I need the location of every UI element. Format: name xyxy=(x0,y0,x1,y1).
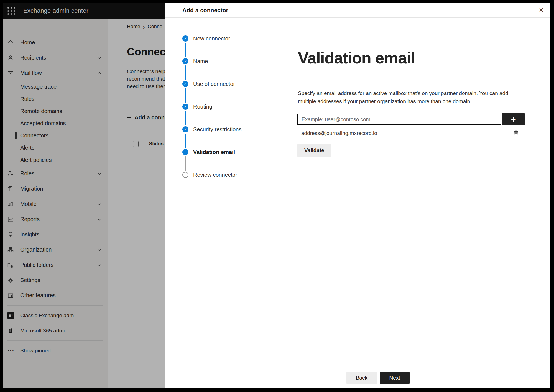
breadcrumb: Home › Conne xyxy=(127,24,162,30)
hamburger-icon xyxy=(8,25,14,29)
page-intro: Connectors help recommend that need to u… xyxy=(127,68,165,90)
wizard-step-name[interactable]: ✓ Name xyxy=(165,50,279,73)
close-button[interactable]: ✕ xyxy=(537,6,545,14)
step-status-icon: ✓ xyxy=(182,172,188,178)
check-icon: ✓ xyxy=(184,105,187,109)
panel-footer: Back Next xyxy=(165,366,550,388)
exchange-admin-app: Exchange admin center Home Recipients Ma… xyxy=(3,3,550,388)
select-all-checkbox[interactable] xyxy=(133,141,139,147)
home-icon xyxy=(7,40,14,46)
sidebar-subitem-accepted-domains[interactable]: Accepted domains xyxy=(3,117,108,129)
chevron-down-icon xyxy=(97,172,101,175)
sidebar-item-other-features[interactable]: Other features xyxy=(3,288,108,303)
sidebar-item-mail-flow[interactable]: Mail flow xyxy=(3,65,108,81)
step-status-icon: ✓ xyxy=(182,81,188,87)
wizard-step-security-restrictions[interactable]: ✓ Security restrictions xyxy=(165,118,279,141)
sidebar-subitem-alert-policies[interactable]: Alert policies xyxy=(3,154,108,166)
check-icon: ✓ xyxy=(184,128,187,131)
person-icon xyxy=(7,55,14,61)
selected-indicator xyxy=(15,132,17,139)
gear-icon xyxy=(7,277,14,283)
chevron-down-icon xyxy=(97,264,101,267)
sidebar-item-insights[interactable]: Insights xyxy=(3,227,108,242)
reports-icon xyxy=(7,216,14,222)
divider xyxy=(297,142,525,142)
sidebar-item-settings[interactable]: Settings xyxy=(3,273,108,288)
plus-icon: + xyxy=(127,114,131,121)
breadcrumb-current: Conne xyxy=(148,24,162,30)
sidebar-item-home[interactable]: Home xyxy=(3,35,108,50)
mail-icon xyxy=(7,70,14,76)
sidebar: Home Recipients Mail flow Message trace … xyxy=(3,19,108,388)
step-description: Specify an email address for an active m… xyxy=(298,89,520,105)
sidebar-item-label: Home xyxy=(20,35,35,50)
public-folders-icon xyxy=(7,262,14,268)
sidebar-subitem-alerts[interactable]: Alerts xyxy=(3,142,108,154)
next-button[interactable]: Next xyxy=(380,372,410,384)
roles-icon xyxy=(7,171,14,177)
step-status-icon: ✓ xyxy=(182,104,188,110)
wizard-step-review-connector[interactable]: ✓ Review connector xyxy=(165,163,279,186)
sidebar-item-public-folders[interactable]: Public folders xyxy=(3,257,108,273)
sidebar-item-label: Recipients xyxy=(20,50,46,65)
sidebar-subitem-rules[interactable]: Rules xyxy=(3,93,108,105)
sidebar-subitem-message-trace[interactable]: Message trace xyxy=(3,81,108,93)
wizard-steps-nav: ✓ New connector ✓ Name ✓ Use of connecto… xyxy=(165,18,279,366)
sidebar-item-organization[interactable]: Organization xyxy=(3,242,108,257)
lightbulb-icon xyxy=(7,232,14,238)
step-status-icon: ✓ xyxy=(182,149,188,155)
sidebar-divider xyxy=(7,340,103,341)
delete-address-button[interactable] xyxy=(512,129,520,137)
chevron-down-icon xyxy=(97,203,101,206)
org-chart-icon xyxy=(7,247,14,253)
waffle-icon xyxy=(7,7,15,15)
wizard-step-use-of-connector[interactable]: ✓ Use of connector xyxy=(165,73,279,95)
exchange-logo-icon: E✕ xyxy=(7,312,14,319)
m365-logo-icon xyxy=(7,328,14,334)
added-address: address@journaling.mxrecord.io xyxy=(301,128,377,139)
trash-icon xyxy=(513,130,519,137)
sidebar-item-roles[interactable]: Roles xyxy=(3,166,108,181)
back-button[interactable]: Back xyxy=(346,372,377,384)
sidebar-item-mobile[interactable]: Mobile xyxy=(3,196,108,212)
breadcrumb-separator-icon: › xyxy=(143,24,145,29)
add-connector-panel: Add a connector ✕ ✓ New connector ✓ Name… xyxy=(165,3,550,388)
wizard-step-routing[interactable]: ✓ Routing xyxy=(165,95,279,118)
step-status-icon: ✓ xyxy=(182,35,188,42)
status-column-header[interactable]: Status xyxy=(149,141,164,147)
sidebar-item-migration[interactable]: Migration xyxy=(3,181,108,196)
add-email-button[interactable]: + xyxy=(502,113,525,125)
validate-button[interactable]: Validate xyxy=(297,144,331,157)
panel-title: Add a connector xyxy=(182,3,228,17)
close-icon: ✕ xyxy=(539,7,544,14)
email-input[interactable] xyxy=(297,114,501,125)
plus-icon: + xyxy=(511,114,516,125)
app-title: Exchange admin center xyxy=(23,3,88,19)
step-status-icon: ✓ xyxy=(182,126,188,132)
sidebar-item-m365-admin[interactable]: Microsoft 365 admi... xyxy=(3,323,108,338)
wizard-content: Validation email Specify an email addres… xyxy=(279,18,550,366)
sidebar-item-show-pinned[interactable]: ··· Show pinned xyxy=(3,343,108,358)
chevron-down-icon xyxy=(97,248,101,251)
app-launcher-button[interactable] xyxy=(7,6,20,15)
sidebar-item-recipients[interactable]: Recipients xyxy=(3,50,108,65)
check-icon: ✓ xyxy=(184,37,187,40)
chevron-down-icon xyxy=(97,218,101,221)
wizard-step-new-connector[interactable]: ✓ New connector xyxy=(165,27,279,50)
collapse-nav-button[interactable] xyxy=(3,22,108,33)
sidebar-item-reports[interactable]: Reports xyxy=(3,212,108,227)
sidebar-item-classic-exchange[interactable]: E✕ Classic Exchange adm... xyxy=(3,308,108,323)
migration-icon xyxy=(7,186,14,192)
sidebar-subitem-remote-domains[interactable]: Remote domains xyxy=(3,105,108,117)
mobile-icon xyxy=(7,201,14,207)
wizard-step-validation-email[interactable]: ✓ Validation email xyxy=(165,141,279,163)
step-heading: Validation email xyxy=(298,49,415,67)
screenshot-frame: Exchange admin center Home Recipients Ma… xyxy=(0,0,554,392)
panel-header: Add a connector ✕ xyxy=(165,3,550,18)
add-connector-button[interactable]: + Add a conn xyxy=(127,113,165,122)
breadcrumb-home-link[interactable]: Home xyxy=(127,24,140,30)
sidebar-subitem-connectors[interactable]: Connectors xyxy=(3,129,108,142)
step-status-icon: ✓ xyxy=(182,58,188,64)
sidebar-divider xyxy=(7,305,103,306)
added-address-row: address@journaling.mxrecord.io xyxy=(279,128,529,139)
